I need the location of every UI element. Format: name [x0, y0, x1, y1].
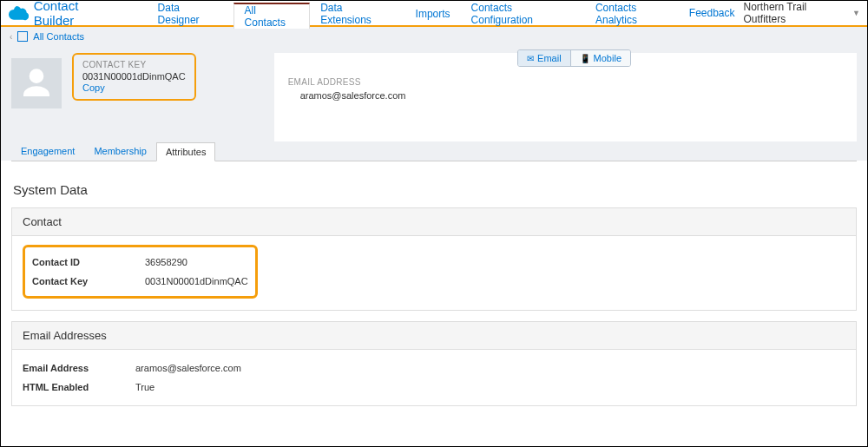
contact-card: Contact Contact ID 36958290 Contact Key … [11, 207, 857, 311]
contact-key-value: 0031N00001dDinmQAC [82, 71, 186, 82]
contact-id-label: Contact ID [32, 253, 145, 272]
mobile-icon: 📱 [580, 54, 590, 63]
breadcrumb: ‹ All Contacts [1, 27, 867, 46]
channel-email-button[interactable]: ✉ Email [518, 50, 570, 66]
email-address-label: EMAIL ADDRESS [288, 77, 843, 87]
nav-tab-imports[interactable]: Imports [405, 1, 461, 25]
breadcrumb-label[interactable]: All Contacts [33, 31, 84, 42]
list-icon [17, 31, 28, 42]
contact-details-card: ✉ Email 📱 Mobile EMAIL ADDRESS aramos@sa… [274, 53, 857, 141]
sub-tabs: Engagement Membership Attributes [1, 141, 867, 161]
account-menu[interactable]: Northern Trail Outfitters ▼ [744, 1, 860, 25]
channel-mobile-label: Mobile [594, 53, 621, 63]
contact-overview-panel: ‹ All Contacts CONTACT KEY 0031N00001dDi… [1, 27, 867, 161]
system-data-heading: System Data [13, 182, 855, 197]
subtab-engagement[interactable]: Engagement [11, 141, 84, 161]
contact-key-highlight-box: CONTACT KEY 0031N00001dDinmQAC Copy [72, 53, 196, 101]
contact-card-title: Contact [12, 208, 856, 236]
contact-id-value: 36958290 [145, 253, 248, 272]
subtab-membership[interactable]: Membership [84, 141, 156, 161]
nav-tab-data-extensions[interactable]: Data Extensions [310, 1, 404, 25]
feedback-link[interactable]: Feedback [689, 7, 735, 19]
nav-tab-all-contacts[interactable]: All Contacts [233, 3, 311, 29]
contact-key-label: CONTACT KEY [82, 60, 186, 69]
top-nav: Contact Builder Data Designer All Contac… [1, 1, 867, 27]
contact-key-row-label: Contact Key [32, 272, 145, 291]
nav-tab-contacts-analytics[interactable]: Contacts Analytics [585, 1, 689, 25]
email-addresses-card-title: Email Addresses [12, 322, 856, 350]
html-enabled-label: HTML Enabled [23, 378, 135, 397]
channel-mobile-button[interactable]: 📱 Mobile [570, 50, 630, 66]
nav-tab-data-designer[interactable]: Data Designer [148, 1, 233, 25]
channel-email-label: Email [537, 53, 562, 63]
email-addresses-card: Email Addresses Email Address aramos@sal… [11, 321, 857, 406]
contact-key-row-value: 0031N00001dDinmQAC [145, 272, 248, 291]
email-address-value: aramos@salesforce.com [300, 90, 843, 101]
nav-tabs: Data Designer All Contacts Data Extensio… [148, 1, 689, 25]
account-label: Northern Trail Outfitters [744, 1, 850, 25]
html-enabled-value: True [135, 378, 241, 397]
email-icon: ✉ [527, 54, 534, 63]
email-address-row-value: aramos@salesforce.com [135, 358, 241, 378]
copy-contact-key-link[interactable]: Copy [82, 82, 105, 93]
attributes-content: System Data Contact Contact ID 36958290 … [1, 161, 867, 425]
nav-tab-contacts-configuration[interactable]: Contacts Configuration [461, 1, 585, 25]
channel-button-group: ✉ Email 📱 Mobile [517, 49, 631, 67]
email-address-row-label: Email Address [23, 358, 135, 378]
chevron-down-icon: ▼ [852, 9, 860, 17]
subtab-attributes[interactable]: Attributes [156, 142, 215, 161]
app-title: Contact Builder [34, 0, 122, 28]
breadcrumb-back-icon[interactable]: ‹ [10, 32, 12, 42]
salesforce-cloud-icon [8, 4, 29, 22]
avatar [11, 58, 62, 108]
contact-fields-highlight-box: Contact ID 36958290 Contact Key 0031N000… [23, 245, 258, 299]
